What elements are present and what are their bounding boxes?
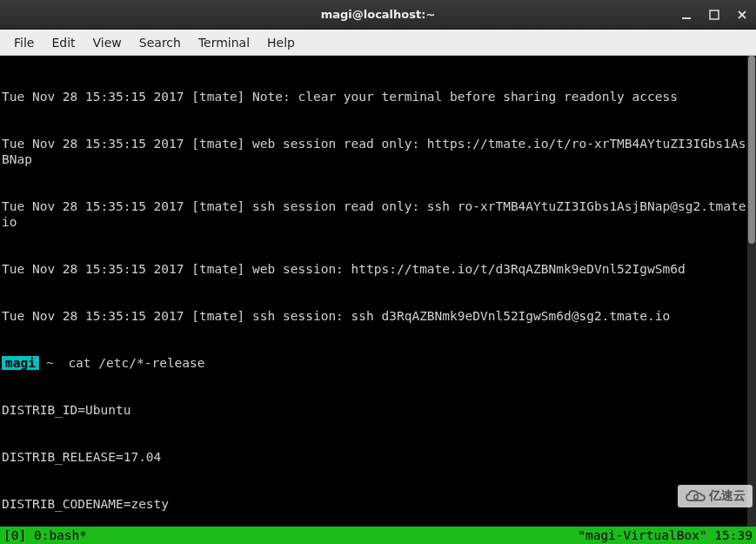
maximize-button[interactable] (706, 6, 723, 24)
status-right: "magi-VirtualBox" 15:39 (578, 528, 753, 542)
window-titlebar: magi@localhost:~ (0, 0, 756, 30)
terminal-line: Tue Nov 28 15:35:15 2017 [tmate] web ses… (2, 261, 754, 277)
terminal-line: Tue Nov 28 15:35:15 2017 [tmate] Note: c… (2, 89, 754, 104)
terminal-output-line: DISTRIB_RELEASE=17.04 (2, 449, 754, 465)
cloud-icon (685, 489, 706, 503)
svg-rect-1 (710, 10, 719, 19)
svg-point-4 (694, 495, 699, 500)
menu-view[interactable]: View (84, 32, 130, 53)
watermark-text: 亿速云 (709, 488, 746, 504)
terminal-content: Tue Nov 28 15:35:15 2017 [tmate] Note: c… (2, 57, 754, 527)
terminal-line: Tue Nov 28 15:35:15 2017 [tmate] web ses… (2, 136, 754, 167)
prompt-path: ~ (39, 356, 61, 370)
scrollbar[interactable] (747, 56, 756, 527)
menu-edit[interactable]: Edit (43, 32, 84, 53)
minimize-button[interactable] (678, 6, 695, 24)
prompt-command: cat /etc/*-release (68, 356, 204, 370)
menu-search[interactable]: Search (130, 32, 190, 53)
menu-file[interactable]: File (5, 32, 43, 53)
menu-terminal[interactable]: Terminal (190, 32, 258, 53)
menubar: File Edit View Search Terminal Help (0, 30, 756, 56)
menu-help[interactable]: Help (258, 32, 304, 53)
terminal-area[interactable]: Tue Nov 28 15:35:15 2017 [tmate] Note: c… (0, 56, 756, 527)
window-controls (678, 6, 751, 24)
terminal-line: Tue Nov 28 15:35:15 2017 [tmate] ssh ses… (2, 308, 754, 324)
watermark: 亿速云 (678, 485, 753, 507)
status-left: [0] 0:bash* (3, 528, 87, 542)
prompt-line: magi~ cat /etc/*-release (2, 355, 754, 371)
terminal-line: Tue Nov 28 15:35:15 2017 [tmate] ssh ses… (2, 198, 754, 230)
tmux-statusbar: [0] 0:bash* "magi-VirtualBox" 15:39 (0, 527, 756, 544)
terminal-output-line: DISTRIB_ID=Ubuntu (2, 402, 754, 418)
window-title: magi@localhost:~ (321, 8, 436, 21)
terminal-output-line: DISTRIB_CODENAME=zesty (2, 496, 754, 512)
svg-rect-0 (682, 17, 691, 19)
prompt-user: magi (2, 356, 39, 370)
close-button[interactable] (733, 6, 751, 24)
scrollbar-thumb[interactable] (748, 56, 755, 244)
